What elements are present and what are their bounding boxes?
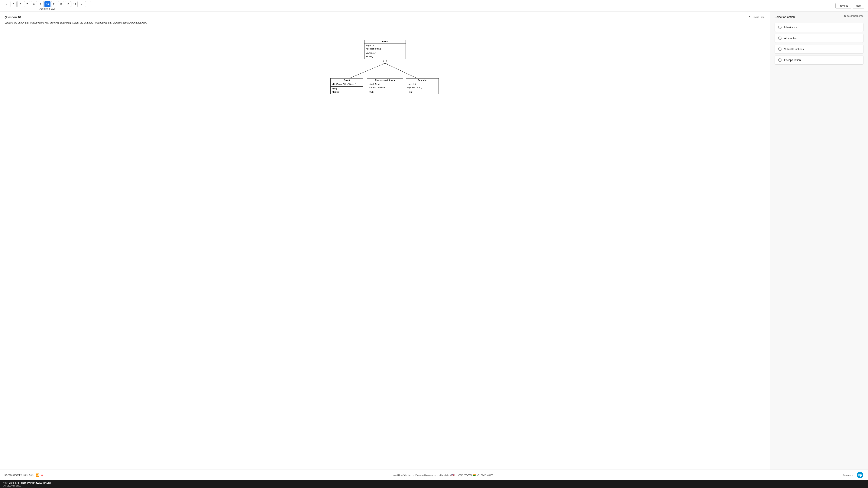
nav-num-9[interactable]: 9 (38, 1, 44, 7)
nav-num-14[interactable]: 14 (71, 1, 78, 7)
uml-parrot-title: Parrot (331, 78, 363, 82)
uml-birds-title: Birds (365, 40, 406, 43)
footer-left: he Assessment © 2021-2031 📶 ● (4, 473, 43, 477)
clear-response-button[interactable]: ↻ Clear Response (844, 14, 864, 18)
device-name: vivo Y73 · shot by PRAJWAL RADDI (9, 481, 51, 484)
uml-parrot-attrs: +birdColor:String"Green" (331, 82, 363, 87)
option-inheritance[interactable]: Inheritance (775, 23, 864, 32)
india-flag: 🇮🇳 (473, 474, 477, 477)
grid-view-button[interactable]: ⁝ (85, 1, 91, 7)
nav-num-7[interactable]: 7 (24, 1, 30, 7)
options-panel: Select an option ↻ Clear Response Inheri… (770, 11, 868, 469)
question-numbers: ‹ 5 6 7 8 9 10 11 12 13 14 › ⁝ (4, 1, 91, 7)
main-content: Question 10 ⚑ Revisit Later Choose the o… (0, 11, 868, 469)
bottom-bar: /v2/# vivo Y73 · shot by PRAJWAL RADDI O… (0, 480, 868, 488)
uml-diagram: Birds +age: Int +gender: String +is Whit… (331, 30, 440, 98)
option-radio-inheritance (778, 26, 781, 29)
question-number: Question 10 (4, 15, 21, 19)
uml-class-pigeons: Pigeons and doves -sizeInFt:Int -canEat:… (367, 78, 403, 95)
option-radio-abstraction (778, 36, 781, 40)
option-abstraction-label: Abstraction (784, 37, 797, 40)
bookmark-icon: ⚑ (748, 15, 751, 19)
option-inheritance-label: Inheritance (784, 26, 797, 29)
clear-response-label: Clear Response (847, 15, 864, 17)
option-radio-virtual (778, 47, 781, 51)
uml-penguin-attrs: +age: Int +gender: String (406, 82, 438, 90)
clear-icon: ↻ (844, 14, 846, 18)
uml-penguin-methods: +run() (406, 90, 438, 94)
top-navigation: ‹ 5 6 7 8 9 10 11 12 13 14 › ⁝ Attempted… (0, 0, 868, 11)
question-panel: Question 10 ⚑ Revisit Later Choose the o… (0, 11, 770, 469)
watermark-text: /v2/# (3, 482, 7, 484)
option-virtual-label: Virtual Functions (784, 47, 804, 51)
phone-us: +1 (800) 265-6038 (455, 474, 472, 476)
uml-class-parrot: Parrot +birdColor:String"Green" +fly() +… (331, 78, 363, 95)
help-text: Need Help? Contact us (Please add countr… (393, 474, 451, 476)
uml-class-birds: Birds +age: Int +gender: String +is Whit… (364, 40, 406, 59)
option-radio-encapsulation (778, 58, 781, 62)
svg-text:hp: hp (858, 474, 862, 477)
nav-num-6[interactable]: 6 (17, 1, 23, 7)
nav-num-11[interactable]: 11 (51, 1, 57, 7)
attempted-label: Attempted: 9/20 (39, 7, 56, 10)
revisit-later-button[interactable]: ⚑ Revisit Later (748, 15, 765, 19)
question-text: Choose the option that is associated wit… (4, 21, 765, 25)
uml-penguin-title: Penguin (406, 78, 438, 82)
nav-num-10[interactable]: 10 (44, 1, 51, 7)
footer-right: Powered b hp (843, 471, 864, 478)
revisit-label: Revisit Later (752, 15, 765, 19)
nav-num-8[interactable]: 8 (31, 1, 37, 7)
uml-parrot-methods: +fly() +kiekie() (331, 87, 363, 94)
uml-pigeons-attrs: -sizeInFt:Int -canEat:Boolean (367, 82, 403, 90)
powered-by-text: Powered b (843, 474, 853, 476)
uml-pigeons-title: Pigeons and doves (367, 78, 403, 82)
option-encapsulation[interactable]: Encapsulation (775, 56, 864, 65)
recording-icon: ● (41, 473, 43, 477)
svg-line-2 (385, 63, 417, 78)
uml-class-penguin: Penguin +age: Int +gender: String +run() (406, 78, 439, 95)
select-option-label: Select an option (775, 15, 795, 19)
uml-birds-attrs: +age: Int +gender: String (365, 43, 406, 52)
footer: he Assessment © 2021-2031 📶 ● Need Help?… (0, 469, 868, 480)
option-virtual-functions[interactable]: Virtual Functions (775, 44, 864, 54)
nav-num-12[interactable]: 12 (58, 1, 64, 7)
options-list: Inheritance Abstraction Virtual Function… (775, 23, 864, 65)
uml-diagram-container: Birds +age: Int +gender: String +is Whit… (4, 28, 765, 102)
footer-center: Need Help? Contact us (Please add countr… (393, 474, 493, 477)
option-encapsulation-label: Encapsulation (784, 59, 801, 62)
option-abstraction[interactable]: Abstraction (775, 34, 864, 43)
previous-button[interactable]: Previous (835, 3, 851, 8)
datetime-label: Oct 01, 2024, 15:20 (3, 485, 865, 487)
uml-pigeons-methods: +fly() (367, 90, 403, 94)
us-flag: 🇺🇸 (451, 474, 455, 477)
nav-num-13[interactable]: 13 (65, 1, 71, 7)
question-header: Question 10 ⚑ Revisit Later (4, 15, 765, 19)
wifi-icon: 📶 (36, 473, 39, 477)
hp-logo: hp (857, 471, 864, 478)
nav-next-arrow[interactable]: › (79, 1, 84, 7)
footer-icons: 📶 ● (36, 473, 43, 477)
nav-num-5[interactable]: 5 (10, 1, 17, 7)
svg-line-0 (349, 63, 385, 78)
nav-prev-arrow[interactable]: ‹ (4, 1, 10, 7)
phone-in: +91 80471-89190 (477, 474, 493, 476)
next-button[interactable]: Next (853, 3, 864, 8)
uml-birds-methods: +is White() +mate() (365, 51, 406, 59)
copyright-text: he Assessment © 2021-2031 (4, 474, 34, 476)
prev-next-buttons: Previous Next (835, 3, 864, 8)
